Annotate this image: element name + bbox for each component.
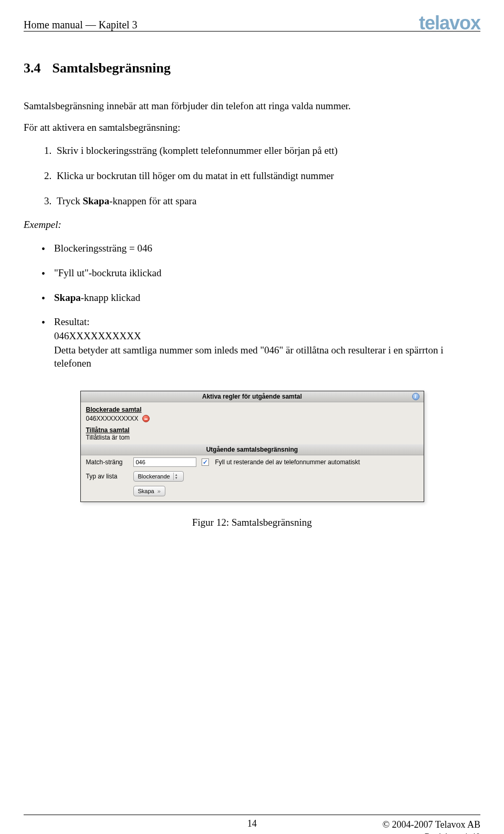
fill-checkbox[interactable]: ✓	[202, 458, 209, 466]
match-input[interactable]: 046	[133, 457, 196, 467]
label-type: Typ av lista	[86, 473, 128, 480]
chevron-right-icon: »	[158, 488, 161, 494]
label-match: Match-sträng	[86, 458, 128, 466]
revision-value: 1.40	[464, 832, 481, 834]
bullet-4: Resultat: 046XXXXXXXXXX Detta betyder at…	[54, 316, 480, 370]
steps-list: Skriv i blockeringssträng (komplett tele…	[54, 144, 480, 207]
blocked-row: 046XXXXXXXXXX	[86, 413, 418, 425]
figure-wrapper: Aktiva regler för utgående samtal i Bloc…	[24, 391, 480, 528]
page-number: 14	[247, 818, 257, 829]
allowed-value: Tillåtlista är tom	[86, 434, 418, 444]
step-2: Klicka ur bockrutan till höger om du mat…	[54, 169, 480, 183]
activate-paragraph: För att aktivera en samtalsbegränsning:	[24, 122, 480, 133]
blocked-value: 046XXXXXXXXXX	[86, 415, 139, 422]
type-select[interactable]: Blockerande ▲▼	[133, 471, 184, 482]
page-header: Home manual — Kapitel 3 telavox	[24, 16, 480, 32]
brand-logo: telavox	[419, 16, 480, 31]
checkbox-label: Fyll ut resterande del av telefonnummer …	[215, 458, 360, 466]
panel-titlebar-1: Aktiva regler för utgående samtal i	[81, 391, 424, 402]
panel-title-2: Utgående samtalsbegränsning	[206, 446, 298, 453]
remove-icon[interactable]	[142, 415, 150, 422]
allowed-heading: Tillåtna samtal	[86, 426, 418, 434]
revision-label: Revision	[424, 832, 457, 834]
page-footer: 14 © 2004-2007 Telavox AB Revision : 1.4…	[24, 815, 480, 818]
figure-caption: Figur 12: Samtalsbegränsning	[192, 517, 312, 528]
row-type: Typ av lista Blockerande ▲▼	[81, 469, 424, 484]
example-label: Exempel:	[24, 219, 480, 231]
section-heading: 3.4Samtalsbegränsning	[24, 60, 480, 76]
row-match: Match-sträng 046 ✓ Fyll ut resterande de…	[81, 455, 424, 469]
info-icon[interactable]: i	[412, 393, 419, 400]
section-number: 3.4	[24, 60, 41, 76]
step-3: Tryck Skapa-knappen för att spara	[54, 194, 480, 208]
step-1: Skriv i blockeringssträng (komplett tele…	[54, 144, 480, 158]
intro-paragraph: Samtalsbegränsning innebär att man förbj…	[24, 100, 480, 113]
panel-title-1: Aktiva regler för utgående samtal	[202, 393, 302, 400]
bullet-2: "Fyll ut"-bockruta iklickad	[54, 267, 480, 280]
section-title: Samtalsbegränsning	[52, 60, 171, 76]
row-create: Skapa »	[81, 484, 424, 502]
create-button[interactable]: Skapa »	[133, 486, 165, 496]
blocked-heading: Blockerade samtal	[86, 406, 418, 413]
copyright: © 2004-2007 Telavox AB	[382, 819, 480, 830]
select-stepper-icon: ▲▼	[173, 473, 179, 480]
panel-titlebar-2: Utgående samtalsbegränsning	[81, 444, 424, 455]
example-bullets: Blockeringssträng = 046 "Fyll ut"-bockru…	[54, 242, 480, 370]
bullet-3: Skapa-knapp klickad	[54, 291, 480, 305]
doc-title: Home manual — Kapitel 3	[24, 19, 138, 31]
screenshot-panel: Aktiva regler för utgående samtal i Bloc…	[80, 391, 424, 502]
bullet-1: Blockeringssträng = 046	[54, 242, 480, 255]
